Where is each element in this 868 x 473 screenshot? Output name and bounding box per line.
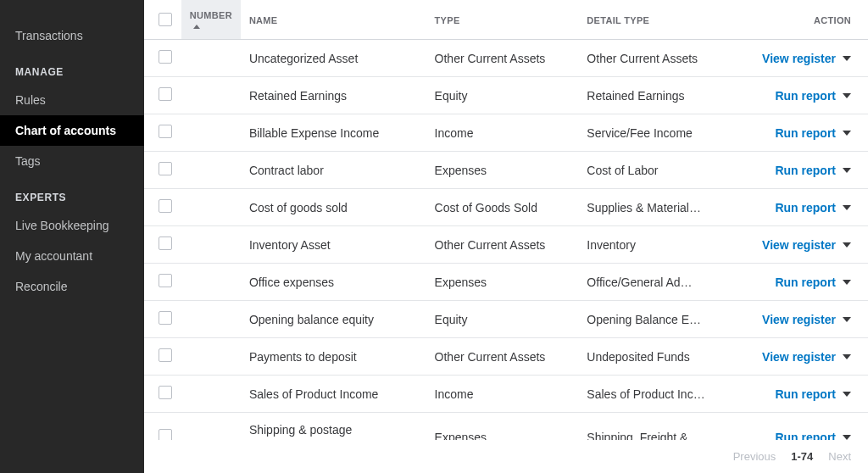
pager: Previous 1-74 Next bbox=[144, 440, 868, 473]
row-detail-type-cell: Service/Fee Income bbox=[578, 114, 744, 152]
row-detail-type-cell: Office/General Ad… bbox=[578, 264, 744, 301]
row-name: Opening balance equity bbox=[249, 313, 418, 326]
sidebar-item-tags[interactable]: Tags bbox=[0, 146, 144, 176]
row-action-link[interactable]: View register bbox=[762, 313, 851, 326]
row-action-link[interactable]: View register bbox=[762, 238, 851, 252]
row-action-cell: View register bbox=[745, 301, 868, 338]
row-detail-type-cell: Opening Balance E… bbox=[578, 301, 744, 338]
row-action-link[interactable]: Run report bbox=[775, 201, 851, 214]
chevron-down-icon[interactable] bbox=[843, 280, 851, 285]
header-name[interactable]: NAME bbox=[241, 0, 426, 40]
header-action: ACTION bbox=[745, 0, 868, 40]
row-action-cell: Run report bbox=[745, 376, 868, 413]
chevron-down-icon[interactable] bbox=[843, 93, 851, 98]
row-detail-type: Cost of Labor bbox=[587, 164, 731, 177]
row-checkbox-cell bbox=[144, 413, 181, 441]
chevron-down-icon[interactable] bbox=[843, 131, 851, 136]
chevron-down-icon[interactable] bbox=[843, 56, 851, 61]
sidebar-item-live-bookkeeping[interactable]: Live Bookkeeping bbox=[0, 210, 144, 241]
select-all-checkbox[interactable] bbox=[159, 13, 172, 26]
row-checkbox[interactable] bbox=[159, 199, 172, 213]
row-action-label: Run report bbox=[775, 387, 836, 401]
row-type-cell: Income bbox=[426, 114, 579, 152]
chevron-down-icon[interactable] bbox=[843, 392, 851, 397]
chevron-down-icon[interactable] bbox=[843, 317, 851, 322]
chevron-down-icon[interactable] bbox=[843, 168, 851, 173]
row-name-cell: Inventory Asset bbox=[241, 226, 426, 264]
row-checkbox[interactable] bbox=[159, 311, 172, 325]
sidebar-item-transactions[interactable]: Transactions bbox=[0, 20, 144, 51]
table-row: Retained EarningsEquityRetained Earnings… bbox=[144, 77, 868, 114]
table-row: Billable Expense IncomeIncomeService/Fee… bbox=[144, 114, 868, 152]
row-detail-type-cell: Retained Earnings bbox=[578, 77, 744, 114]
row-checkbox[interactable] bbox=[159, 274, 172, 287]
row-action-label: Run report bbox=[775, 126, 836, 140]
row-action-cell: Run report bbox=[745, 114, 868, 152]
chevron-down-icon[interactable] bbox=[843, 435, 851, 440]
chevron-down-icon[interactable] bbox=[843, 354, 851, 359]
row-action-link[interactable]: Run report bbox=[775, 89, 851, 103]
header-detail-type[interactable]: DETAIL TYPE bbox=[578, 0, 744, 40]
row-checkbox-cell bbox=[144, 77, 181, 114]
row-action-link[interactable]: View register bbox=[762, 350, 851, 364]
row-action-link[interactable]: Run report bbox=[775, 431, 851, 441]
row-number-cell bbox=[181, 40, 241, 77]
row-checkbox-cell bbox=[144, 376, 181, 413]
header-number[interactable]: NUMBER bbox=[181, 0, 241, 40]
row-name: Sales of Product Income bbox=[249, 387, 418, 401]
row-type-cell: Equity bbox=[426, 301, 579, 338]
sidebar-heading-manage: MANAGE bbox=[0, 51, 144, 85]
table-row: Shipping & postageSub-account of Office … bbox=[144, 413, 868, 441]
row-action-cell: Run report bbox=[745, 77, 868, 114]
row-name: Office expenses bbox=[249, 275, 418, 289]
pager-range: 1-74 bbox=[791, 450, 813, 463]
row-checkbox[interactable] bbox=[159, 162, 172, 175]
sidebar-item-rules[interactable]: Rules bbox=[0, 85, 144, 115]
row-checkbox[interactable] bbox=[159, 348, 172, 362]
row-name-cell: Opening balance equity bbox=[241, 301, 426, 338]
row-detail-type: Sales of Product Inc… bbox=[587, 387, 731, 401]
row-checkbox-cell bbox=[144, 40, 181, 77]
row-name: Payments to deposit bbox=[249, 350, 418, 364]
row-action-cell: View register bbox=[745, 338, 868, 376]
pager-next[interactable]: Next bbox=[828, 450, 851, 463]
row-detail-type: Other Current Assets bbox=[587, 52, 731, 65]
row-action-label: View register bbox=[762, 52, 836, 65]
row-action-link[interactable]: Run report bbox=[775, 275, 851, 289]
chevron-down-icon[interactable] bbox=[843, 205, 851, 210]
row-checkbox[interactable] bbox=[159, 50, 172, 64]
row-detail-type: Office/General Ad… bbox=[587, 275, 731, 289]
row-type-cell: Other Current Assets bbox=[426, 226, 579, 264]
row-checkbox[interactable] bbox=[159, 236, 172, 250]
row-action-link[interactable]: Run report bbox=[775, 387, 851, 401]
row-checkbox-cell bbox=[144, 301, 181, 338]
row-checkbox[interactable] bbox=[159, 429, 172, 440]
table-row: Sales of Product IncomeIncomeSales of Pr… bbox=[144, 376, 868, 413]
sidebar-item-chart-of-accounts[interactable]: Chart of accounts bbox=[0, 115, 144, 146]
row-checkbox[interactable] bbox=[159, 386, 172, 399]
row-action-label: View register bbox=[762, 238, 836, 252]
table-row: Contract laborExpensesCost of LaborRun r… bbox=[144, 152, 868, 189]
row-action-link[interactable]: Run report bbox=[775, 164, 851, 177]
header-select-all bbox=[144, 0, 181, 40]
row-type-cell: Expenses bbox=[426, 264, 579, 301]
sidebar-item-my-accountant[interactable]: My accountant bbox=[0, 241, 144, 271]
header-number-label: NUMBER bbox=[190, 10, 232, 20]
row-name: Cost of goods sold bbox=[249, 201, 418, 214]
table-row: Payments to depositOther Current AssetsU… bbox=[144, 338, 868, 376]
row-number-cell bbox=[181, 264, 241, 301]
row-type-cell: Equity bbox=[426, 77, 579, 114]
row-checkbox[interactable] bbox=[159, 125, 172, 138]
row-checkbox[interactable] bbox=[159, 87, 172, 101]
chevron-down-icon[interactable] bbox=[843, 242, 851, 248]
header-type[interactable]: TYPE bbox=[426, 0, 579, 40]
row-detail-type: Retained Earnings bbox=[587, 89, 731, 103]
row-detail-type: Shipping, Freight & … bbox=[587, 431, 731, 441]
row-checkbox-cell bbox=[144, 189, 181, 226]
sidebar-item-reconcile[interactable]: Reconcile bbox=[0, 271, 144, 302]
row-detail-type: Service/Fee Income bbox=[587, 126, 731, 140]
row-action-link[interactable]: View register bbox=[762, 52, 851, 65]
row-action-link[interactable]: Run report bbox=[775, 126, 851, 140]
pager-previous[interactable]: Previous bbox=[733, 450, 776, 463]
row-number-cell bbox=[181, 152, 241, 189]
